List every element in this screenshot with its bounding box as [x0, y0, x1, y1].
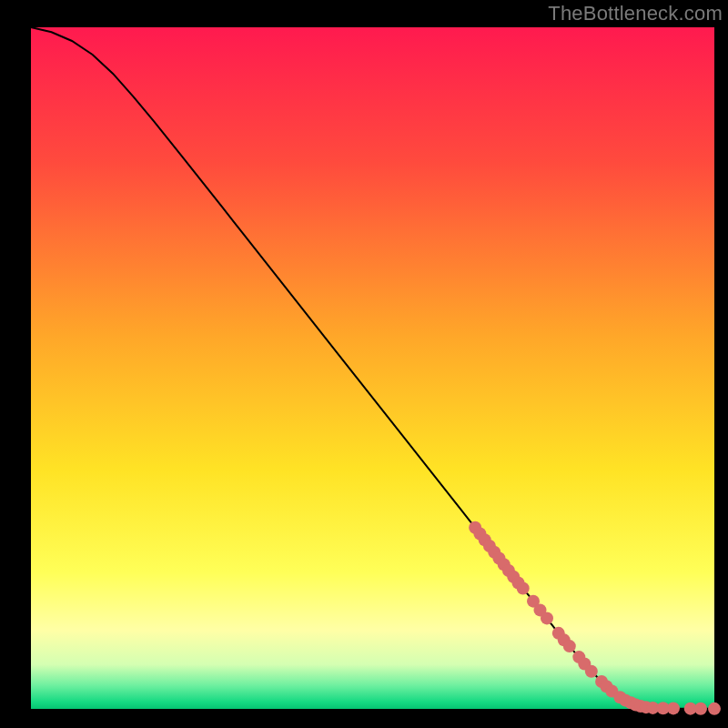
- attribution-text: TheBottleneck.com: [548, 2, 723, 25]
- plot-area: [31, 27, 714, 709]
- chart-frame: TheBottleneck.com: [0, 0, 728, 728]
